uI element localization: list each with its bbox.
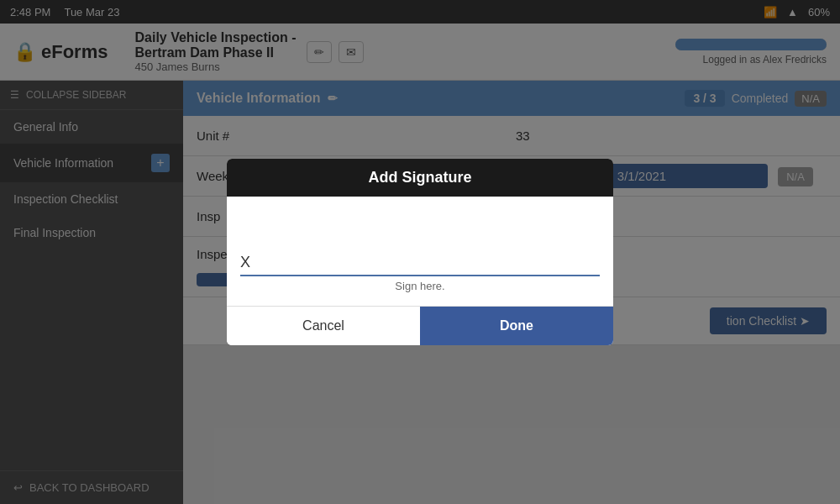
done-button[interactable]: Done	[420, 307, 613, 345]
sign-x: X	[240, 254, 600, 271]
modal-header: Add Signature	[227, 159, 613, 197]
sign-line: Sign here.	[240, 275, 600, 292]
sign-here-text: Sign here.	[240, 280, 600, 292]
modal-title: Add Signature	[368, 169, 471, 186]
modal-overlay[interactable]: Add Signature X Sign here. Cancel Done	[0, 0, 840, 504]
modal-footer: Cancel Done	[227, 306, 613, 345]
modal-body[interactable]: X Sign here.	[227, 197, 613, 306]
add-signature-modal: Add Signature X Sign here. Cancel Done	[227, 159, 613, 345]
cancel-button[interactable]: Cancel	[227, 307, 420, 345]
